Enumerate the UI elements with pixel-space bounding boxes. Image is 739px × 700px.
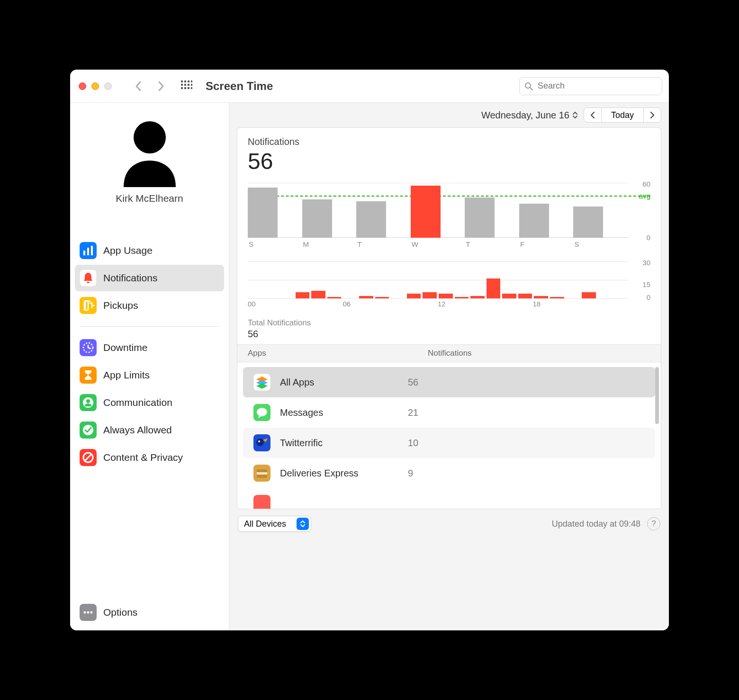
svg-point-44 — [256, 439, 264, 446]
sidebar-item-always-allowed[interactable]: Always Allowed — [75, 417, 224, 443]
weekly-chart: 60 0 avg SMTWTFS — [248, 183, 650, 249]
hourly-tick-label: 12 — [438, 300, 446, 308]
sidebar-item-app-limits[interactable]: App Limits — [75, 362, 224, 388]
nav-arrows — [126, 81, 165, 92]
next-day-button[interactable] — [643, 108, 661, 123]
sidebar-item-downtime[interactable]: Downtime — [75, 334, 224, 361]
scrollbar[interactable] — [655, 367, 659, 424]
hourly-tick-label: 00 — [248, 300, 256, 308]
zoom-button[interactable] — [104, 82, 112, 90]
sidebar-divider — [80, 326, 219, 327]
sidebar-item-notifications[interactable]: Notifications — [75, 265, 224, 291]
hourly-bar — [359, 296, 373, 298]
weekly-day-label: M — [303, 240, 309, 248]
hourly-bar — [296, 292, 310, 298]
sidebar-item-label: Content & Privacy — [103, 452, 183, 463]
app-row[interactable]: Deliveries Express9 — [243, 458, 655, 488]
footer: All Devices Updated today at 09:48 ? — [229, 509, 669, 538]
app-icon — [253, 495, 270, 509]
sidebar: Kirk McElhearn App Usage Notifications P… — [70, 103, 229, 630]
minimize-button[interactable] — [91, 82, 99, 90]
main-content: Wednesday, June 16 Today Notifications — [229, 103, 669, 630]
svg-point-36 — [90, 611, 93, 614]
hourly-bar — [502, 294, 516, 298]
app-row[interactable]: Messages21 — [243, 397, 655, 428]
app-name: Twitterrific — [280, 438, 398, 449]
date-picker[interactable]: Wednesday, June 16 — [481, 110, 578, 121]
weekly-day-label: S — [249, 240, 253, 248]
today-button[interactable]: Today — [601, 108, 644, 123]
sidebar-item-label: App Usage — [103, 245, 153, 256]
window-title: Screen Time — [206, 80, 273, 93]
date-bar: Wednesday, June 16 Today — [229, 103, 669, 127]
search-field[interactable] — [519, 77, 662, 95]
svg-rect-8 — [181, 87, 183, 89]
total-value: 56 — [248, 329, 650, 340]
hourly-bar — [311, 291, 325, 298]
app-row[interactable]: All Apps56 — [243, 367, 655, 397]
weekly-day-label: W — [412, 240, 418, 248]
forward-button[interactable] — [157, 81, 165, 92]
svg-rect-49 — [253, 495, 270, 509]
weekly-day-label: T — [466, 240, 470, 248]
stepper-icon — [572, 111, 578, 119]
user-name: Kirk McElhearn — [116, 193, 183, 204]
svg-rect-11 — [191, 87, 192, 89]
hourly-bar — [470, 296, 485, 298]
svg-point-27 — [86, 399, 90, 403]
weekly-day-label: T — [357, 240, 361, 248]
weekly-y-min: 0 — [647, 233, 650, 242]
back-button[interactable] — [135, 81, 142, 92]
sidebar-item-label: Always Allowed — [103, 424, 172, 436]
hourly-tick-label: 18 — [533, 300, 541, 308]
svg-rect-16 — [83, 251, 85, 255]
app-row[interactable]: Twitterrific10 — [243, 428, 655, 458]
hourly-bar — [487, 278, 501, 298]
all-prefs-grid-icon[interactable] — [181, 81, 192, 92]
card-total: 56 — [248, 148, 650, 174]
hourly-chart: 30 15 0 00061218 — [248, 261, 650, 309]
app-row-peek — [243, 488, 655, 509]
hourly-bar — [550, 297, 564, 298]
sidebar-item-label: Notifications — [103, 272, 157, 284]
svg-rect-24 — [80, 367, 97, 384]
close-button[interactable] — [79, 82, 86, 90]
hourly-y-mid: 15 — [642, 280, 650, 288]
weekly-bar — [573, 206, 603, 238]
svg-rect-7 — [191, 84, 192, 86]
svg-point-35 — [87, 611, 90, 614]
hourly-y-max: 30 — [642, 259, 650, 267]
weekly-day-label: S — [574, 240, 579, 248]
preferences-window: Screen Time Kirk McElhearn App Usage — [70, 70, 669, 630]
sidebar-item-pickups[interactable]: Pickups — [75, 292, 224, 319]
svg-rect-6 — [188, 84, 189, 86]
hourly-bar — [534, 296, 548, 298]
sidebar-item-app-usage[interactable]: App Usage — [75, 237, 224, 264]
svg-rect-9 — [184, 87, 186, 89]
hourly-bar — [455, 297, 469, 298]
svg-rect-17 — [87, 248, 89, 255]
app-value: 56 — [408, 377, 418, 388]
date-segmented-control: Today — [584, 108, 661, 123]
prev-day-button[interactable] — [584, 108, 602, 123]
help-button[interactable]: ? — [647, 517, 660, 530]
no-sign-icon — [80, 449, 97, 466]
hourly-bar — [407, 294, 421, 298]
hourly-bar — [375, 297, 389, 298]
app-value: 21 — [408, 407, 418, 418]
svg-rect-4 — [181, 84, 183, 86]
search-input[interactable] — [538, 81, 657, 91]
ellipsis-icon — [80, 604, 97, 621]
device-filter-popup[interactable]: All Devices — [238, 516, 311, 532]
svg-point-45 — [258, 440, 260, 442]
sidebar-item-options[interactable]: Options — [75, 599, 224, 626]
app-name: Messages — [280, 407, 398, 418]
sidebar-item-content-privacy[interactable]: Content & Privacy — [75, 444, 224, 471]
card-heading: Notifications — [248, 136, 650, 147]
window-controls — [77, 82, 121, 90]
sidebar-item-label: App Limits — [103, 369, 150, 381]
svg-rect-1 — [184, 81, 186, 82]
column-apps: Apps — [248, 349, 428, 358]
titlebar: Screen Time — [70, 70, 669, 103]
sidebar-item-communication[interactable]: Communication — [75, 389, 224, 416]
